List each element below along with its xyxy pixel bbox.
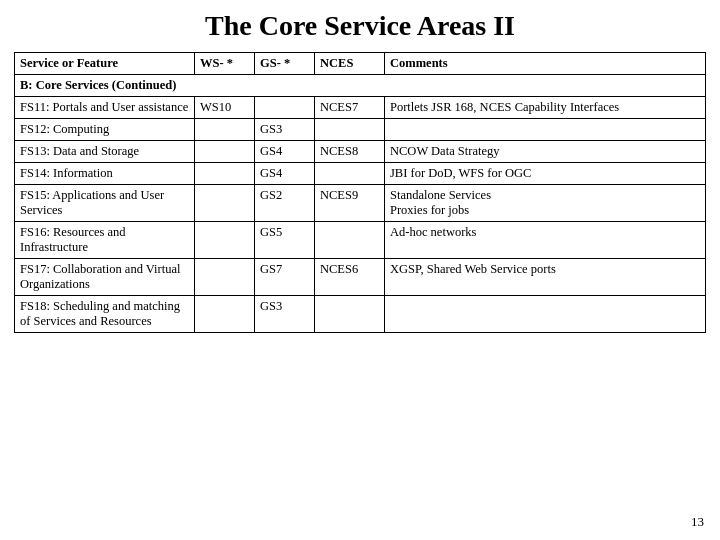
cell-comments: NCOW Data Strategy: [385, 141, 706, 163]
cell-comments: Standalone Services Proxies for jobs: [385, 185, 706, 222]
cell-ws: [195, 296, 255, 333]
section-header-cell: B: Core Services (Continued): [15, 75, 706, 97]
table-row: FS13: Data and StorageGS4NCES8NCOW Data …: [15, 141, 706, 163]
cell-ws: [195, 185, 255, 222]
cell-gs: GS4: [255, 141, 315, 163]
header-ws: WS- *: [195, 53, 255, 75]
header-nces: NCES: [315, 53, 385, 75]
cell-ws: [195, 222, 255, 259]
page-container: The Core Service Areas II Service or Fea…: [0, 0, 720, 540]
cell-gs: [255, 97, 315, 119]
table-row: FS17: Collaboration and Virtual Organiza…: [15, 259, 706, 296]
cell-ws: [195, 163, 255, 185]
cell-comments: Ad-hoc networks: [385, 222, 706, 259]
page-title: The Core Service Areas II: [14, 10, 706, 42]
cell-ws: [195, 141, 255, 163]
table-row: FS15: Applications and User ServicesGS2N…: [15, 185, 706, 222]
cell-feature: FS16: Resources and Infrastructure: [15, 222, 195, 259]
cell-comments: JBI for DoD, WFS for OGC: [385, 163, 706, 185]
cell-nces: [315, 119, 385, 141]
header-gs: GS- *: [255, 53, 315, 75]
table-row: FS12: ComputingGS3: [15, 119, 706, 141]
cell-comments: [385, 119, 706, 141]
cell-ws: WS10: [195, 97, 255, 119]
cell-feature: FS14: Information: [15, 163, 195, 185]
cell-feature: FS17: Collaboration and Virtual Organiza…: [15, 259, 195, 296]
table-row: FS16: Resources and InfrastructureGS5Ad-…: [15, 222, 706, 259]
cell-comments: XGSP, Shared Web Service ports: [385, 259, 706, 296]
cell-gs: GS3: [255, 296, 315, 333]
cell-feature: FS11: Portals and User assistance: [15, 97, 195, 119]
table-row: FS18: Scheduling and matching of Service…: [15, 296, 706, 333]
cell-nces: [315, 296, 385, 333]
cell-comments: Portlets JSR 168, NCES Capability Interf…: [385, 97, 706, 119]
cell-nces: [315, 222, 385, 259]
cell-gs: GS3: [255, 119, 315, 141]
main-table: Service or Feature WS- * GS- * NCES Comm…: [14, 52, 706, 333]
table-row: FS11: Portals and User assistanceWS10NCE…: [15, 97, 706, 119]
cell-nces: NCES7: [315, 97, 385, 119]
header-comments: Comments: [385, 53, 706, 75]
page-number: 13: [691, 514, 704, 530]
section-header-row: B: Core Services (Continued): [15, 75, 706, 97]
cell-gs: GS4: [255, 163, 315, 185]
cell-comments: [385, 296, 706, 333]
cell-feature: FS15: Applications and User Services: [15, 185, 195, 222]
cell-nces: NCES9: [315, 185, 385, 222]
cell-feature: FS13: Data and Storage: [15, 141, 195, 163]
cell-gs: GS7: [255, 259, 315, 296]
cell-nces: NCES8: [315, 141, 385, 163]
cell-gs: GS5: [255, 222, 315, 259]
cell-feature: FS12: Computing: [15, 119, 195, 141]
table-row: FS14: InformationGS4JBI for DoD, WFS for…: [15, 163, 706, 185]
cell-nces: [315, 163, 385, 185]
cell-ws: [195, 259, 255, 296]
cell-nces: NCES6: [315, 259, 385, 296]
cell-ws: [195, 119, 255, 141]
cell-gs: GS2: [255, 185, 315, 222]
cell-feature: FS18: Scheduling and matching of Service…: [15, 296, 195, 333]
header-feature: Service or Feature: [15, 53, 195, 75]
